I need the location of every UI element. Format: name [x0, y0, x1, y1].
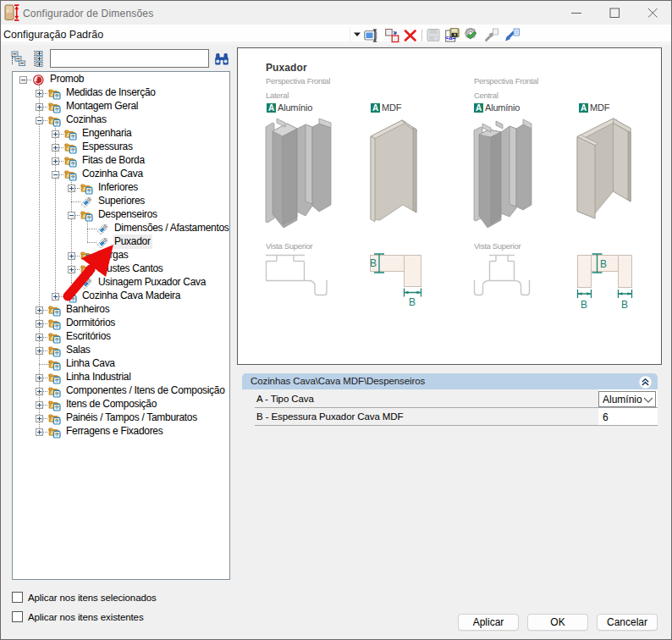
svg-text:B: B	[621, 299, 628, 311]
svg-text:B: B	[409, 296, 416, 308]
svg-text:B: B	[370, 257, 377, 269]
svg-text:B: B	[581, 299, 587, 311]
svg-text:B: B	[600, 258, 607, 270]
